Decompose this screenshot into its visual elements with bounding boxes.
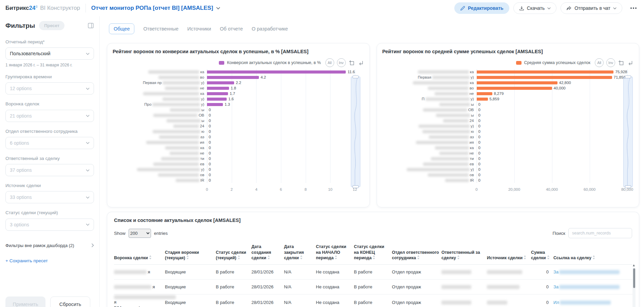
column-header[interactable]: Статус сделки на КОНЕЦ периода [354, 243, 392, 264]
category-label-suffix: аз [470, 135, 474, 139]
deal-link-cell[interactable]: За [553, 279, 632, 294]
tab-о-разработчике[interactable]: О разработчике [252, 24, 288, 34]
category-label: ы [113, 108, 207, 112]
tab-общее[interactable]: Общее [109, 23, 134, 34]
page-size-select[interactable]: 200 [129, 229, 151, 238]
legend-swatch[interactable] [516, 61, 522, 65]
category-label: Пу) [382, 97, 477, 101]
dashboard-main: ОбщееОтветственныеИсточникиОб отчетеО ра… [100, 16, 644, 307]
bar[interactable] [207, 87, 229, 90]
column-header[interactable]: Статус сделки (текущий) [216, 243, 251, 264]
column-header[interactable]: Сумма сделки [531, 243, 553, 264]
data-zoom-slider[interactable] [623, 77, 633, 187]
data-zoom-handle-bottom[interactable] [625, 185, 631, 188]
bar[interactable] [477, 98, 488, 101]
table-row[interactable]: яБ24 вендору)ВходящиеВ работе28/01/2026N… [114, 294, 632, 307]
filter-field-select[interactable]: 3 options [5, 219, 94, 231]
data-zoom-slider[interactable] [351, 77, 360, 187]
zoom-select-button[interactable] [348, 60, 355, 66]
filter-field-select[interactable]: 21 options [5, 110, 94, 122]
zoom-restore-button[interactable] [358, 60, 364, 66]
bar[interactable] [207, 70, 346, 74]
category-label: ю [113, 129, 207, 134]
filter-field-select[interactable]: 37 options [5, 164, 94, 176]
redacted-text-suffix: я [147, 269, 150, 274]
reset-button[interactable]: Сбросить [50, 296, 90, 307]
dashboard-tabs: ОбщееОтветственныеИсточникиОб отчетеО ра… [109, 23, 639, 34]
table-scrollbar[interactable] [632, 268, 636, 307]
data-zoom-handle-top[interactable] [625, 76, 631, 78]
category-label-suffix: у) [201, 97, 204, 101]
filter-date-range: 1 января 2026 г. – 31 января 2026 г. [5, 63, 94, 67]
bar[interactable] [477, 87, 552, 90]
inv-toggle-button[interactable]: Inv [606, 58, 615, 67]
show-label: Show [114, 231, 126, 236]
bar-value-label: 1.8 [231, 86, 236, 90]
scrollbar-thumb[interactable] [633, 268, 635, 288]
chart-bar-row: ия0 [113, 140, 364, 145]
send-to-chat-button[interactable]: Отправить в чат [561, 2, 622, 14]
apply-button[interactable]: Применить [5, 296, 45, 307]
column-header[interactable]: Воронка сделки [114, 243, 165, 264]
bar[interactable] [207, 103, 223, 106]
inv-toggle-button[interactable]: Inv [337, 58, 346, 67]
sidebar-collapse-button[interactable] [88, 22, 94, 29]
table-row[interactable]: яВходящиеВ работе28/01/2026N/AНе создана… [114, 279, 632, 294]
column-header[interactable]: Стадия воронки (текущая) [165, 243, 216, 264]
category-label-suffix: ти [470, 157, 474, 161]
bar[interactable] [477, 70, 614, 74]
bar[interactable] [477, 92, 492, 95]
category-label-redacted [163, 98, 200, 101]
filter-field-select[interactable]: 6 options [5, 137, 94, 149]
bar[interactable] [477, 81, 557, 84]
chart-bar-row: ы0 [382, 102, 634, 107]
tab-источники[interactable]: Источники [187, 24, 211, 34]
all-toggle-button[interactable]: All [325, 58, 334, 67]
bar[interactable] [477, 76, 612, 79]
data-zoom-handle-bottom[interactable] [353, 185, 359, 188]
download-button[interactable]: Скачать [513, 2, 557, 14]
column-header[interactable]: Отдел ответственного сотрудника [392, 243, 441, 264]
legend-swatch[interactable] [219, 61, 224, 65]
outside-dashboard-filters[interactable]: Фильтры вне рамок дашборда (2) [5, 243, 94, 248]
search-input[interactable] [568, 228, 632, 238]
column-header[interactable]: Статус сделки на НАЧАЛО периода [316, 243, 354, 264]
bar[interactable] [207, 81, 234, 84]
bar[interactable] [207, 92, 228, 95]
filter-field-select[interactable]: 12 options [5, 82, 94, 95]
report-title-menu[interactable]: Отчет монитор РОПа [отчет BI] [AMSALES] [91, 5, 220, 12]
chevron-down-icon [86, 115, 90, 117]
chevron-down-icon [86, 87, 90, 90]
tab-ответственные[interactable]: Ответственные [143, 24, 178, 34]
all-toggle-button[interactable]: All [595, 58, 604, 67]
category-label: ка [382, 81, 477, 85]
column-header[interactable]: Дата закрытия сделки [284, 243, 316, 264]
column-header[interactable]: Ссылка на сделку [553, 243, 632, 264]
edit-button[interactable]: Редактировать [454, 2, 509, 14]
x-axis-tick-label: 2 [230, 187, 232, 191]
category-label-redacted [153, 114, 197, 117]
filter-field-select[interactable]: Пользовательский [5, 47, 94, 60]
category-label-suffix: ю [201, 129, 204, 134]
zoom-select-button[interactable] [618, 60, 624, 66]
bar[interactable] [207, 98, 227, 101]
chart-bar-row: ев0 [113, 161, 364, 167]
category-label-redacted [431, 157, 469, 160]
column-header[interactable]: Дата создания сделки [251, 243, 284, 264]
column-header[interactable]: Источник сделки [487, 243, 531, 264]
deal-link-cell[interactable]: За [553, 264, 632, 279]
data-zoom-handle-top[interactable] [353, 76, 359, 78]
preset-badge[interactable]: Пресет [39, 21, 64, 30]
filter-field-select[interactable]: 33 options [5, 191, 94, 203]
table-row[interactable]: яВходящиеВ работе28/01/2026N/AНе создана… [114, 264, 632, 279]
tab-об-отчете[interactable]: Об отчете [220, 24, 243, 34]
save-preset-link[interactable]: + Сохранить пресет [5, 258, 48, 263]
column-header[interactable]: Ответственный за сделку [441, 243, 487, 264]
zoom-restore-button[interactable] [627, 60, 633, 66]
category-label-prefix: Первая [418, 75, 431, 79]
filter-field: Отдел ответственного сотрудника6 options [5, 128, 94, 149]
bar[interactable] [207, 76, 259, 79]
more-menu-button[interactable] [629, 5, 638, 12]
bar-track: 5,859 [477, 96, 627, 102]
deal-link-cell[interactable]: Ил [553, 294, 632, 307]
